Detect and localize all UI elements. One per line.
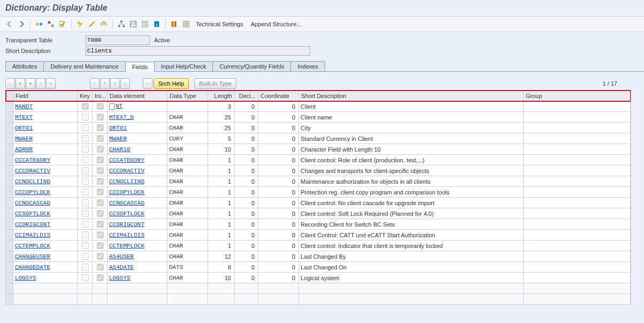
tab-fields[interactable]: Fields: [125, 62, 155, 72]
cell-data-element[interactable]: CCNOCASCAD: [108, 198, 167, 208]
cell-ini[interactable]: [93, 155, 108, 166]
cell-field[interactable]: CCIMAILDIS: [13, 230, 78, 241]
f4-help-icon[interactable]: [109, 103, 114, 110]
expand-all-icon[interactable]: [90, 78, 99, 89]
cell-field[interactable]: CHANGEUSER: [13, 251, 78, 262]
cell-data-element[interactable]: CCORIGCONT: [108, 219, 167, 230]
delete-row-icon[interactable]: [46, 78, 56, 89]
table-icon[interactable]: [181, 19, 191, 29]
paste-icon[interactable]: [26, 78, 35, 89]
cell-key[interactable]: [78, 101, 93, 112]
find-icon[interactable]: [100, 78, 110, 89]
col-deci[interactable]: Deci...: [235, 91, 258, 101]
cell-ini[interactable]: [93, 230, 108, 241]
append-structure-button[interactable]: Append Structure...: [248, 19, 305, 29]
cell-data-element[interactable]: MWAER: [108, 133, 167, 144]
cell-data-element[interactable]: ORT01: [108, 123, 167, 133]
cell-ini[interactable]: [93, 166, 108, 176]
tab-delivery[interactable]: Delivery and Maintenance: [43, 61, 125, 71]
cell-field[interactable]: ADRNR: [13, 144, 78, 155]
row-marker[interactable]: [6, 251, 13, 262]
cell-key[interactable]: [78, 112, 93, 123]
cell-ini[interactable]: [93, 133, 108, 144]
cell-data-element[interactable]: CCSOFTLOCK: [108, 208, 167, 219]
cell-key[interactable]: [78, 219, 93, 230]
cell-data-element[interactable]: CHAR10: [108, 144, 167, 155]
row-marker[interactable]: [6, 123, 13, 133]
where-used-icon[interactable]: [98, 19, 109, 29]
cell-key[interactable]: [78, 251, 93, 262]
cell-ini[interactable]: [93, 273, 108, 283]
cell-data-element[interactable]: CCIMAILDIS: [108, 230, 167, 241]
row-marker[interactable]: [6, 101, 13, 112]
row-marker[interactable]: [6, 155, 13, 166]
tab-input-help[interactable]: Input Help/Check: [154, 61, 213, 71]
cell-ini[interactable]: [93, 219, 108, 230]
display-change-icon[interactable]: [34, 19, 44, 29]
row-marker[interactable]: [6, 133, 13, 144]
contents-icon[interactable]: [140, 19, 150, 29]
cell-ini[interactable]: [93, 208, 108, 219]
cell-data-element[interactable]: NT: [108, 101, 167, 112]
builtin-type-button[interactable]: Built-In Type: [194, 78, 236, 89]
check-icon[interactable]: [57, 19, 68, 29]
back-icon[interactable]: [4, 19, 15, 29]
collapse-all-icon[interactable]: [120, 78, 130, 89]
cell-key[interactable]: [78, 208, 93, 219]
hierarchy-icon[interactable]: [116, 19, 127, 29]
cell-key[interactable]: [78, 198, 93, 208]
cell-field[interactable]: CCSOFTLOCK: [13, 208, 78, 219]
cell-ini[interactable]: [93, 187, 108, 198]
cell-ini[interactable]: [93, 176, 108, 187]
cell-field[interactable]: CCTEMPLOCK: [13, 241, 78, 251]
row-marker[interactable]: [6, 273, 13, 283]
row-marker[interactable]: [6, 208, 13, 219]
cell-data-element[interactable]: AS4USER: [108, 251, 167, 262]
cell-ini[interactable]: [93, 144, 108, 155]
cell-field[interactable]: MANDT: [13, 101, 78, 112]
tab-indexes[interactable]: Indexes: [290, 61, 325, 71]
technical-settings-button[interactable]: Technical Settings: [193, 19, 247, 29]
cell-ini[interactable]: [93, 112, 108, 123]
cell-key[interactable]: [78, 155, 93, 166]
cell-key[interactable]: [78, 123, 93, 133]
other-object-icon[interactable]: [45, 19, 56, 29]
cell-data-element[interactable]: AS4DATE: [108, 262, 167, 273]
cell-ini[interactable]: [93, 123, 108, 133]
row-marker[interactable]: [6, 166, 13, 176]
col-data-type[interactable]: Data Type: [167, 91, 208, 101]
activate-icon[interactable]: [75, 19, 86, 29]
row-marker[interactable]: [6, 294, 13, 305]
cell-ini[interactable]: [93, 101, 108, 112]
row-marker[interactable]: [6, 198, 13, 208]
cell-ini[interactable]: [93, 262, 108, 273]
cell-ini[interactable]: [93, 241, 108, 251]
cell-ini[interactable]: [93, 251, 108, 262]
cell-key[interactable]: [78, 144, 93, 155]
cell-ini[interactable]: [93, 198, 108, 208]
col-key[interactable]: Key: [78, 91, 93, 101]
cell-data-element[interactable]: MTEXT_D: [108, 112, 167, 123]
cell-key[interactable]: [78, 241, 93, 251]
table-name-field[interactable]: [86, 35, 150, 45]
cell-data-element[interactable]: CCCOPYLOCK: [108, 187, 167, 198]
cell-key[interactable]: [78, 133, 93, 144]
info-icon[interactable]: i: [151, 19, 162, 29]
wand-icon[interactable]: [87, 19, 97, 29]
row-marker[interactable]: [6, 283, 13, 294]
cell-field[interactable]: CCNOCLIIND: [13, 176, 78, 187]
cell-key[interactable]: [78, 262, 93, 273]
cell-field[interactable]: MTEXT: [13, 112, 78, 123]
row-marker[interactable]: [6, 230, 13, 241]
row-marker[interactable]: [6, 112, 13, 123]
cell-data-element[interactable]: CCNOCLIIND: [108, 176, 167, 187]
cut-icon[interactable]: [5, 78, 15, 89]
key-icon[interactable]: [143, 78, 152, 89]
tab-currency[interactable]: Currency/Quantity Fields: [212, 61, 291, 71]
col-group[interactable]: Group: [524, 91, 631, 101]
cell-key[interactable]: [78, 187, 93, 198]
cell-data-element[interactable]: CCCATEGORY: [108, 155, 167, 166]
vertical-scrollbar[interactable]: [631, 90, 639, 305]
col-coordinate[interactable]: Coordinate: [258, 91, 299, 101]
row-marker[interactable]: [6, 144, 13, 155]
